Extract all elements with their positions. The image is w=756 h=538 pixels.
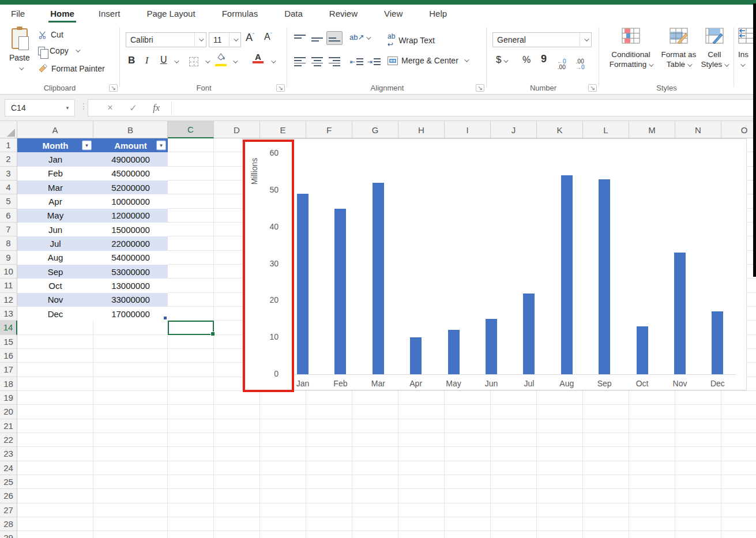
sheet-grid[interactable]: Millions 0102030405060JanFebMarAprMayJun… <box>0 138 756 538</box>
underline-button[interactable]: U <box>160 55 167 65</box>
decrease-decimal-button[interactable]: .00→0 <box>576 55 585 70</box>
row-header-8[interactable]: 8 <box>0 236 17 250</box>
align-right-button[interactable] <box>326 55 343 69</box>
select-all-corner[interactable] <box>0 121 17 138</box>
row-header-24[interactable]: 24 <box>0 461 17 475</box>
underline-chevron-icon[interactable] <box>174 58 179 63</box>
row-header-19[interactable]: 19 <box>0 391 17 405</box>
column-header-I[interactable]: I <box>445 121 491 138</box>
align-left-button[interactable] <box>292 55 308 69</box>
column-header-M[interactable]: M <box>629 121 675 138</box>
number-dialog-launcher[interactable]: ↘ <box>588 84 597 92</box>
cell-month-oct[interactable]: Oct <box>17 279 93 292</box>
column-header-O[interactable]: O <box>721 121 756 138</box>
fill-chevron-icon[interactable] <box>233 58 238 63</box>
wrap-text-button[interactable]: ab↩ Wrap Text <box>388 32 435 48</box>
bar-dec[interactable] <box>712 311 723 374</box>
column-header-J[interactable]: J <box>491 121 537 138</box>
increase-indent-button[interactable]: ⇥ <box>366 55 382 69</box>
bar-may[interactable] <box>448 330 460 374</box>
cell-amount-jul[interactable]: 22000000 <box>93 236 168 250</box>
borders-button[interactable] <box>189 56 198 66</box>
row-header-25[interactable]: 25 <box>0 475 17 489</box>
row-header-2[interactable]: 2 <box>0 152 17 166</box>
cell-month-jan[interactable]: Jan <box>17 152 93 166</box>
font-size-combo[interactable]: 11 <box>209 32 241 47</box>
row-header-29[interactable]: 29 <box>0 531 17 538</box>
row-header-13[interactable]: 13 <box>0 307 17 321</box>
paste-button[interactable]: Paste <box>9 28 30 73</box>
clipboard-dialog-launcher[interactable]: ↘ <box>109 84 118 92</box>
bar-feb[interactable] <box>334 209 346 374</box>
tab-review[interactable]: Review <box>321 5 366 22</box>
row-header-23[interactable]: 23 <box>0 447 17 461</box>
row-header-20[interactable]: 20 <box>0 405 17 419</box>
tab-data[interactable]: Data <box>276 5 311 22</box>
orientation-button[interactable]: ab↗ <box>349 33 370 42</box>
column-header-E[interactable]: E <box>260 121 306 138</box>
font-name-combo[interactable]: Calibri <box>126 32 206 47</box>
row-header-27[interactable]: 27 <box>0 503 17 517</box>
cell-amount-aug[interactable]: 54000000 <box>93 251 168 265</box>
cell-month-nov[interactable]: Nov <box>17 293 93 307</box>
decrease-indent-button[interactable]: ⇤ <box>348 55 364 69</box>
cell-amount-nov[interactable]: 33000000 <box>93 293 168 307</box>
bar-mar[interactable] <box>373 183 384 374</box>
filter-button-month[interactable]: ▼ <box>82 141 92 151</box>
top-align-button[interactable] <box>292 31 308 45</box>
cell-amount-may[interactable]: 12000000 <box>93 209 168 223</box>
column-header-B[interactable]: B <box>93 121 168 138</box>
tab-home[interactable]: Home <box>42 5 83 22</box>
column-header-D[interactable]: D <box>214 121 260 138</box>
row-header-18[interactable]: 18 <box>0 377 17 391</box>
cancel-icon[interactable]: × <box>99 103 122 113</box>
bold-button[interactable]: B <box>128 55 135 66</box>
currency-button[interactable]: $ <box>496 54 507 66</box>
bar-jul[interactable] <box>523 294 535 374</box>
filter-button-amount[interactable]: ▼ <box>156 141 166 151</box>
fill-color-button[interactable] <box>215 53 227 66</box>
merge-center-button[interactable]: Merge & Center <box>388 56 468 65</box>
format-as-table-button[interactable]: Format asTable <box>660 28 698 69</box>
column-header-N[interactable]: N <box>675 121 721 138</box>
grow-font-button[interactable]: Aˆ <box>246 32 254 44</box>
row-header-26[interactable]: 26 <box>0 489 17 503</box>
bar-nov[interactable] <box>674 253 686 374</box>
column-header-L[interactable]: L <box>583 121 629 138</box>
bar-jun[interactable] <box>486 319 497 374</box>
table-header-month[interactable]: Month▼ <box>17 138 93 152</box>
tab-page-layout[interactable]: Page Layout <box>138 5 204 22</box>
row-header-3[interactable]: 3 <box>0 167 17 180</box>
row-header-15[interactable]: 15 <box>0 335 17 349</box>
column-header-A[interactable]: A <box>17 121 93 138</box>
cell-styles-button[interactable]: CellStyles <box>698 28 731 69</box>
conditional-formatting-button[interactable]: ConditionalFormatting <box>602 28 660 69</box>
cell-amount-mar[interactable]: 52000000 <box>93 180 168 194</box>
cell-amount-apr[interactable]: 10000000 <box>93 194 168 208</box>
tab-formulas[interactable]: Formulas <box>213 5 267 22</box>
cell-amount-jan[interactable]: 49000000 <box>93 152 168 166</box>
tab-view[interactable]: View <box>375 5 411 22</box>
row-header-14[interactable]: 14 <box>0 321 17 334</box>
column-header-G[interactable]: G <box>352 121 398 138</box>
row-header-11[interactable]: 11 <box>0 279 17 292</box>
comma-style-button[interactable]: 9 <box>541 53 547 65</box>
row-header-21[interactable]: 21 <box>0 419 17 433</box>
table-resize-handle[interactable] <box>164 317 167 319</box>
row-header-6[interactable]: 6 <box>0 209 17 223</box>
column-header-H[interactable]: H <box>398 121 445 138</box>
percent-style-button[interactable]: % <box>522 55 531 65</box>
cell-month-jun[interactable]: Jun <box>17 223 93 236</box>
cell-month-feb[interactable]: Feb <box>17 167 93 180</box>
align-center-button[interactable] <box>309 55 325 69</box>
row-header-12[interactable]: 12 <box>0 293 17 307</box>
cell-amount-oct[interactable]: 13000000 <box>93 279 168 292</box>
bar-chart[interactable]: Millions 0102030405060JanFebMarAprMayJun… <box>242 138 747 390</box>
alignment-dialog-launcher[interactable]: ↘ <box>476 84 484 92</box>
cell-month-aug[interactable]: Aug <box>17 251 93 265</box>
shrink-font-button[interactable]: Aˇ <box>264 32 272 42</box>
cell-month-sep[interactable]: Sep <box>17 265 93 279</box>
copy-button[interactable]: Copy <box>38 46 79 55</box>
cell-month-may[interactable]: May <box>17 209 93 223</box>
middle-align-button[interactable] <box>309 31 325 45</box>
